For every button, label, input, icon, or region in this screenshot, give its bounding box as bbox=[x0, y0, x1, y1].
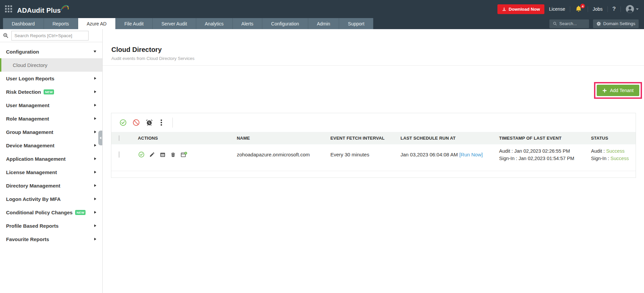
sidebar-item-risk-detection[interactable]: Risk Detection NEW bbox=[0, 85, 102, 98]
search-icon bbox=[553, 21, 557, 26]
tenant-row: zohoadapazure.onmicrosoft.com Every 30 m… bbox=[111, 144, 636, 171]
tab-support[interactable]: Support bbox=[339, 18, 373, 29]
chevron-right-icon bbox=[94, 238, 96, 240]
col-last-schedule-run-at: LAST SCHEDULE RUN AT bbox=[394, 136, 492, 141]
notification-count-badge: 4 bbox=[580, 4, 585, 8]
sidebar-item-conditional-policy-changes[interactable]: Conditional Policy Changes NEW bbox=[0, 206, 102, 219]
add-page-icon[interactable] bbox=[180, 151, 187, 158]
run-now-link[interactable]: [Run Now] bbox=[459, 152, 483, 157]
more-icon[interactable] bbox=[159, 119, 164, 126]
table-toolbar bbox=[111, 113, 636, 132]
chevron-right-icon bbox=[94, 77, 96, 80]
last-schedule-run-at: Jan 03,2023 06:04:08 AM [Run Now] bbox=[394, 152, 492, 157]
timestamp-audit: Audit : Jan 02,2023 02:26:55 PM bbox=[499, 147, 584, 155]
search-reports-input[interactable] bbox=[11, 31, 89, 41]
chevron-down-icon bbox=[636, 8, 639, 10]
sidebar-item-configuration[interactable]: Configuration bbox=[0, 45, 102, 58]
tab-server-audit[interactable]: Server Audit bbox=[153, 18, 196, 29]
col-status: STATUS bbox=[584, 136, 636, 141]
chevron-right-icon bbox=[94, 131, 96, 133]
select-all-checkbox[interactable] bbox=[119, 135, 119, 141]
sidebar-item-group-management[interactable]: Group Management bbox=[0, 125, 102, 139]
tab-reports[interactable]: Reports bbox=[44, 18, 78, 29]
add-tenant-button[interactable]: Add Tenant bbox=[597, 85, 639, 96]
download-now-button[interactable]: Download Now bbox=[497, 4, 544, 14]
global-search-input[interactable] bbox=[559, 21, 586, 26]
new-badge: NEW bbox=[75, 210, 86, 215]
new-badge: NEW bbox=[44, 89, 54, 94]
download-icon bbox=[502, 7, 506, 11]
app-logo[interactable]: ADAudit Plus bbox=[17, 4, 69, 14]
user-menu[interactable] bbox=[626, 5, 639, 13]
tab-alerts[interactable]: Alerts bbox=[233, 18, 263, 29]
tab-analytics[interactable]: Analytics bbox=[196, 18, 233, 29]
sidebar-item-license-management[interactable]: License Management bbox=[0, 165, 102, 179]
jobs-link[interactable]: Jobs bbox=[593, 6, 603, 12]
app-grid-icon[interactable] bbox=[5, 5, 12, 13]
col-event-fetch-interval: EVENT FETCH INTERVAL bbox=[324, 136, 394, 141]
add-tenant-highlight: Add Tenant bbox=[594, 82, 642, 99]
delete-icon[interactable] bbox=[170, 152, 176, 157]
collapse-arrow-icon bbox=[100, 137, 101, 139]
tab-dashboard[interactable]: Dashboard bbox=[3, 18, 44, 29]
timestamp-signin: Sign-In : Jan 02,2023 01:54:57 PM bbox=[499, 155, 584, 162]
sidebar-item-cloud-directory[interactable]: Cloud Directory bbox=[0, 58, 102, 72]
separator bbox=[588, 6, 588, 12]
sidebar-item-profile-based-reports[interactable]: Profile Based Reports bbox=[0, 219, 102, 232]
sidebar-item-application-management[interactable]: Application Management bbox=[0, 152, 102, 165]
main-nav: Dashboard Reports Azure AD File Audit Se… bbox=[0, 18, 644, 29]
enabled-status-icon[interactable] bbox=[138, 151, 145, 158]
separator bbox=[607, 6, 608, 12]
sidebar-item-logon-activity-by-mfa[interactable]: Logon Activity By MFA bbox=[0, 192, 102, 206]
alarm-icon[interactable] bbox=[146, 119, 153, 126]
col-timestamp-of-last-event: TIMESTAMP OF LAST EVENT bbox=[492, 136, 584, 141]
timestamp-of-last-event: Audit : Jan 02,2023 02:26:55 PM Sign-In … bbox=[492, 147, 584, 162]
divider bbox=[172, 118, 173, 128]
page-title: Cloud Directory bbox=[111, 46, 644, 54]
logo-swoosh-icon bbox=[60, 4, 69, 12]
separator bbox=[570, 6, 570, 12]
app-name: ADAudit Plus bbox=[17, 7, 61, 14]
report-search-icon bbox=[3, 32, 9, 39]
help-icon[interactable]: ? bbox=[612, 6, 616, 12]
chevron-right-icon bbox=[94, 104, 96, 106]
event-fetch-interval: Every 30 minutes bbox=[324, 152, 394, 157]
status-cell: Audit : Success Sign-In : Success bbox=[584, 147, 636, 162]
col-actions: ACTIONS bbox=[131, 136, 230, 141]
tab-file-audit[interactable]: File Audit bbox=[116, 18, 153, 29]
tab-azure-ad[interactable]: Azure AD bbox=[78, 18, 116, 29]
sidebar-item-directory-management[interactable]: Directory Management bbox=[0, 179, 102, 192]
main-content: Cloud Directory Audit events from Cloud … bbox=[103, 29, 644, 293]
tab-admin[interactable]: Admin bbox=[308, 18, 339, 29]
notifications-bell-icon[interactable]: 4 bbox=[575, 5, 583, 13]
row-checkbox[interactable] bbox=[119, 151, 119, 158]
page-subtitle: Audit events from Cloud Directory Servic… bbox=[111, 56, 644, 61]
chevron-right-icon bbox=[94, 198, 96, 200]
tenant-table-card: ACTIONS NAME EVENT FETCH INTERVAL LAST S… bbox=[111, 113, 636, 178]
global-search[interactable] bbox=[549, 19, 589, 28]
chevron-right-icon bbox=[94, 157, 96, 160]
sidebar-item-role-management[interactable]: Role Management bbox=[0, 112, 102, 125]
col-name: NAME bbox=[230, 136, 324, 141]
sidebar-item-user-management[interactable]: User Management bbox=[0, 98, 102, 112]
separator bbox=[621, 6, 621, 12]
disable-icon[interactable] bbox=[132, 119, 140, 126]
chevron-right-icon bbox=[94, 171, 96, 173]
reports-sidebar: Configuration Cloud Directory User Logon… bbox=[0, 29, 103, 293]
tab-configuration[interactable]: Configuration bbox=[262, 18, 308, 29]
chevron-right-icon bbox=[94, 211, 96, 214]
sidebar-item-device-management[interactable]: Device Management bbox=[0, 139, 102, 152]
sidebar-item-user-logon-reports[interactable]: User Logon Reports bbox=[0, 72, 102, 85]
enable-icon[interactable] bbox=[119, 119, 127, 126]
tenant-name: zohoadapazure.onmicrosoft.com bbox=[230, 152, 324, 157]
license-link[interactable]: License bbox=[549, 6, 565, 12]
calendar-icon[interactable] bbox=[160, 152, 166, 158]
chevron-right-icon bbox=[94, 144, 96, 147]
sidebar-collapse-handle[interactable] bbox=[98, 131, 102, 145]
sidebar-item-favourite-reports[interactable]: Favourite Reports bbox=[0, 232, 102, 246]
domain-settings-button[interactable]: Domain Settings bbox=[593, 19, 639, 28]
chevron-right-icon bbox=[94, 184, 96, 187]
edit-icon[interactable] bbox=[149, 152, 155, 157]
chevron-right-icon bbox=[94, 117, 96, 120]
table-header-row: ACTIONS NAME EVENT FETCH INTERVAL LAST S… bbox=[111, 132, 636, 144]
